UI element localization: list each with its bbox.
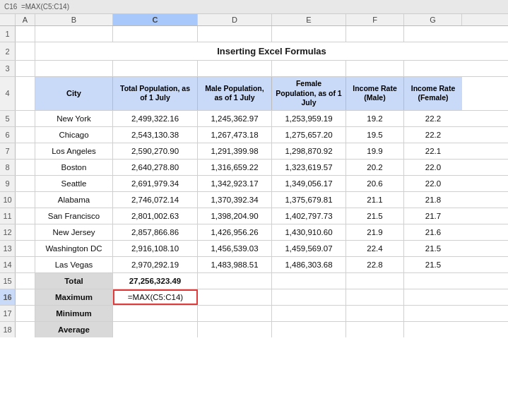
- cell-c9-total: 2,691,979.34: [113, 176, 198, 191]
- cell-g10-if: 21.8: [404, 192, 462, 208]
- cell-g18: [404, 322, 462, 337]
- cell-reference: C16: [4, 3, 17, 11]
- col-header-g: G: [404, 14, 462, 25]
- cell-b17-min-label: Minimum: [35, 306, 113, 321]
- row-7: 7 Los Angeles 2,590,270.90 1,291,399.98 …: [0, 143, 508, 160]
- cell-f13-im: 22.4: [346, 241, 404, 256]
- cell-f12-im: 21.9: [346, 224, 404, 240]
- row-12: 12 New Jersey 2,857,866.86 1,426,956.26 …: [0, 224, 508, 241]
- corner-cell: [0, 14, 16, 25]
- cell-b11-city: San Francisco: [35, 208, 113, 224]
- cell-b16-max-label: Maximum: [35, 289, 113, 305]
- cell-e15: [272, 273, 346, 289]
- col-header-d: D: [198, 14, 272, 25]
- row-9: 9 Seattle 2,691,979.34 1,342,923.17 1,34…: [0, 176, 508, 192]
- cell-b18-avg-label: Average: [35, 322, 113, 337]
- cell-d6-male: 1,267,473.18: [198, 127, 272, 143]
- cell-c8-total: 2,640,278.80: [113, 160, 198, 175]
- cell-d16: [198, 289, 272, 305]
- col-header-b: B: [35, 14, 113, 25]
- cell-e1: [272, 26, 346, 42]
- cell-b12-city: New Jersey: [35, 224, 113, 240]
- row-3: 3: [0, 61, 508, 77]
- cell-d7-male: 1,291,399.98: [198, 143, 272, 159]
- cell-g14-if: 21.5: [404, 257, 462, 272]
- rn-18: 18: [0, 322, 16, 337]
- cell-b6-city: Chicago: [35, 127, 113, 143]
- cell-g13-if: 21.5: [404, 241, 462, 256]
- cell-c1: [113, 26, 198, 42]
- cell-d15: [198, 273, 272, 289]
- cell-e18: [272, 322, 346, 337]
- cell-a16: [16, 289, 35, 305]
- cell-e17: [272, 306, 346, 321]
- header-income-female: Income Rate (Female): [404, 77, 462, 110]
- cell-d8-male: 1,316,659.22: [198, 160, 272, 175]
- column-headers: A B C D E F G: [0, 14, 508, 26]
- cell-a7: [16, 143, 35, 159]
- spreadsheet: C16 =MAX(C5:C14) A B C D E F G 1 2 Inser…: [0, 0, 508, 420]
- rn-9: 9: [0, 176, 16, 191]
- cell-d11-male: 1,398,204.90: [198, 208, 272, 224]
- cell-a2: [16, 42, 35, 60]
- cell-g8-if: 22.0: [404, 160, 462, 175]
- cell-f11-im: 21.5: [346, 208, 404, 224]
- cell-b13-city: Washington DC: [35, 241, 113, 256]
- row-10: 10 Alabama 2,746,072.14 1,370,392.34 1,3…: [0, 192, 508, 208]
- cell-a13: [16, 241, 35, 256]
- cell-a4: [16, 77, 35, 110]
- cell-b1: [35, 26, 113, 42]
- cell-g12-if: 21.6: [404, 224, 462, 240]
- cell-b8-city: Boston: [35, 160, 113, 175]
- cell-g3: [404, 61, 462, 76]
- cell-c7-total: 2,590,270.90: [113, 143, 198, 159]
- row-14: 14 Las Vegas 2,970,292.19 1,483,988.51 1…: [0, 257, 508, 273]
- header-city: City: [35, 77, 113, 110]
- cell-e12-female: 1,430,910.60: [272, 224, 346, 240]
- cell-b3: [35, 61, 113, 76]
- col-header-c: C: [113, 14, 198, 25]
- formula-display: =MAX(C5:C14): [21, 3, 69, 11]
- cell-c13-total: 2,916,108.10: [113, 241, 198, 256]
- cell-g5-if: 22.2: [404, 111, 462, 126]
- row-6: 6 Chicago 2,543,130.38 1,267,473.18 1,27…: [0, 127, 508, 143]
- cell-f9-im: 20.6: [346, 176, 404, 191]
- cell-a18: [16, 322, 35, 337]
- rn-6: 6: [0, 127, 16, 143]
- rn-1: 1: [0, 26, 16, 42]
- cell-e7-female: 1,298,870.92: [272, 143, 346, 159]
- cell-f10-im: 21.1: [346, 192, 404, 208]
- cell-b15-total-label: Total: [35, 273, 113, 289]
- cell-d9-male: 1,342,923.17: [198, 176, 272, 191]
- cell-d10-male: 1,370,392.34: [198, 192, 272, 208]
- cell-f15: [346, 273, 404, 289]
- cell-a5: [16, 111, 35, 126]
- rn-11: 11: [0, 208, 16, 224]
- rn-4: 4: [0, 77, 16, 110]
- cell-d14-male: 1,483,988.51: [198, 257, 272, 272]
- cell-e6-female: 1,275,657.20: [272, 127, 346, 143]
- cell-c11-total: 2,801,002.63: [113, 208, 198, 224]
- cell-c6-total: 2,543,130.38: [113, 127, 198, 143]
- cell-a11: [16, 208, 35, 224]
- cell-c18: [113, 322, 198, 337]
- cell-a3: [16, 61, 35, 76]
- cell-e3: [272, 61, 346, 76]
- row-5: 5 New York 2,499,322.16 1,245,362.97 1,2…: [0, 111, 508, 127]
- row-16: 16 Maximum =MAX(C5:C14): [0, 289, 508, 306]
- cell-g17: [404, 306, 462, 321]
- cell-b14-city: Las Vegas: [35, 257, 113, 272]
- cell-c16-max-formula[interactable]: =MAX(C5:C14): [113, 289, 198, 305]
- row-8: 8 Boston 2,640,278.80 1,316,659.22 1,323…: [0, 160, 508, 176]
- cell-g11-if: 21.7: [404, 208, 462, 224]
- cell-f3: [346, 61, 404, 76]
- cell-e9-female: 1,349,056.17: [272, 176, 346, 191]
- cell-f7-im: 19.9: [346, 143, 404, 159]
- cell-e13-female: 1,459,569.07: [272, 241, 346, 256]
- row-4: 4 City Total Population, as of 1 July Ma…: [0, 77, 508, 111]
- cell-b10-city: Alabama: [35, 192, 113, 208]
- cell-e14-female: 1,486,303.68: [272, 257, 346, 272]
- cell-d12-male: 1,426,956.26: [198, 224, 272, 240]
- cell-c3: [113, 61, 198, 76]
- header-income-male: Income Rate (Male): [346, 77, 404, 110]
